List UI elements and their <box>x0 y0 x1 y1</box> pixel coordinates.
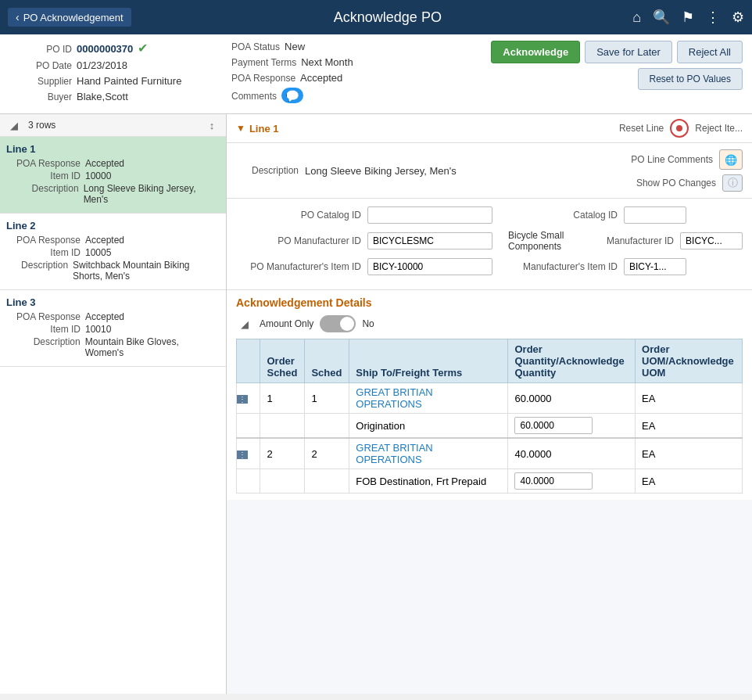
ack-qty-1[interactable] <box>508 414 636 439</box>
sidebar-line1-itemid-label: Item ID <box>6 171 81 181</box>
line-title-text: Line 1 <box>249 123 279 135</box>
sidebar-sort-icon[interactable]: ↕ <box>204 117 220 133</box>
po-line-comments-icon[interactable]: 🌐 <box>719 149 743 170</box>
drag-handle-2b <box>237 469 260 494</box>
sidebar-line1-desc-value: Long Sleeve Biking Jersey, Men's <box>84 183 220 205</box>
info-left: PO ID 0000000370 ✔ PO Date 01/23/2018 Su… <box>9 41 228 107</box>
ack-qty-2[interactable] <box>508 469 636 494</box>
buyer-label: Buyer <box>9 92 72 102</box>
description-label: Description <box>236 165 299 176</box>
sidebar-line3-poa-value: Accepted <box>85 311 124 322</box>
sidebar-line2-desc-value: Switchback Mountain Biking Shorts, Men's <box>73 260 220 282</box>
info-bar: PO ID 0000000370 ✔ PO Date 01/23/2018 Su… <box>0 34 752 114</box>
poa-status-value: New <box>285 41 305 52</box>
col-order-sched-header: Order Sched <box>260 339 305 383</box>
page-title: Acknowledge PO <box>143 9 633 26</box>
reject-item-button[interactable]: Reject Ite... <box>695 123 743 134</box>
reset-to-po-values-button[interactable]: Reset to PO Values <box>638 68 743 90</box>
sidebar-item-line3[interactable]: Line 3 POA Response Accepted Item ID 100… <box>0 290 226 367</box>
ack-qty-1-input[interactable] <box>514 417 593 434</box>
po-catalog-id-input[interactable] <box>367 206 492 224</box>
content-area: ▼ Line 1 Reset Line Reject Ite... Descri… <box>227 114 752 694</box>
po-line-comments-row: PO Line Comments 🌐 <box>631 149 743 170</box>
col-sched-header: Sched <box>305 339 349 383</box>
toggle-no-label: No <box>362 318 374 329</box>
po-date-value: 01/23/2018 <box>77 59 127 71</box>
search-icon[interactable]: 🔍 <box>653 9 670 26</box>
show-po-changes-icon[interactable]: ⓘ <box>722 174 743 192</box>
catalog-id-right: Catalog ID <box>508 206 743 224</box>
mfr-item-id-input[interactable] <box>624 258 686 275</box>
po-line-comments-label: PO Line Comments <box>631 154 713 165</box>
sidebar-line2-poa-value: Accepted <box>85 235 124 246</box>
back-arrow-icon: ‹ <box>16 11 20 23</box>
sidebar: ◢ 3 rows ↕ Line 1 POA Response Accepted … <box>0 114 227 694</box>
po-manufacturer-id-input[interactable] <box>367 232 492 249</box>
table-row-1b: Origination EA <box>237 414 743 439</box>
sidebar-line2-poa-label: POA Response <box>6 235 81 246</box>
drag-handle-1[interactable]: ⋮ <box>237 383 260 414</box>
manufacturer-id-row: PO Manufacturer ID Bicycle Small Compone… <box>236 230 743 252</box>
comments-label: Comments <box>231 91 277 102</box>
sched-1b <box>305 414 349 439</box>
sidebar-line3-poa-label: POA Response <box>6 311 81 322</box>
order-qty-1: 60.0000 <box>508 383 636 414</box>
target-icon[interactable] <box>670 119 689 138</box>
more-icon[interactable]: ⋮ <box>706 9 720 26</box>
flag-icon[interactable]: ⚑ <box>682 9 694 26</box>
po-mfr-item-id-input[interactable] <box>367 258 492 275</box>
sidebar-item-line2[interactable]: Line 2 POA Response Accepted Item ID 100… <box>0 214 226 290</box>
manufacturer-id-input[interactable] <box>680 232 743 249</box>
sched-2: 2 <box>305 438 349 469</box>
sidebar-line2-title: Line 2 <box>6 220 220 232</box>
ack-qty-2-input[interactable] <box>514 472 593 490</box>
header-icons: ⌂ 🔍 ⚑ ⋮ ⚙ <box>632 9 744 26</box>
poa-response-value: Accepted <box>300 72 342 84</box>
drag-handle-2[interactable]: ⋮ <box>237 438 260 469</box>
sidebar-line1-itemid-value: 10000 <box>85 171 111 181</box>
ack-details-section: Acknowledgement Details ◢ Amount Only No… <box>227 290 752 500</box>
col-order-sched <box>237 339 260 383</box>
reset-line-button[interactable]: Reset Line <box>619 123 664 134</box>
drag-handle-1b <box>237 414 260 439</box>
show-po-changes-label: Show PO Changes <box>636 178 716 188</box>
sidebar-line3-itemid-value: 10010 <box>85 324 111 335</box>
mfr-item-id-label: Manufacturer's Item ID <box>508 261 618 272</box>
main: ◢ 3 rows ↕ Line 1 POA Response Accepted … <box>0 114 752 694</box>
manufacturer-id-right: Bicycle Small Components Manufacturer ID <box>508 230 743 252</box>
back-button[interactable]: ‹ PO Acknowledgement <box>8 8 131 27</box>
sidebar-item-line1[interactable]: Line 1 POA Response Accepted Item ID 100… <box>0 137 226 214</box>
ship-to-2: GREAT BRITIAN OPERATIONS <box>349 438 508 469</box>
po-id-label: PO ID <box>9 44 72 55</box>
catalog-id-input[interactable] <box>624 206 686 224</box>
sidebar-filter-icon[interactable]: ◢ <box>6 117 22 133</box>
ack-uom-1: EA <box>636 414 743 439</box>
save-for-later-button[interactable]: Save for Later <box>585 41 672 63</box>
payment-terms-label: Payment Terms <box>231 57 296 68</box>
ship-to-1-value: GREAT BRITIAN OPERATIONS <box>356 386 501 410</box>
ack-details-title: Acknowledgement Details <box>236 296 743 309</box>
sidebar-line3-itemid-label: Item ID <box>6 324 81 335</box>
sidebar-line1-poa-value: Accepted <box>85 158 124 169</box>
header: ‹ PO Acknowledgement Acknowledge PO ⌂ 🔍 … <box>0 0 752 34</box>
comments-icon[interactable] <box>281 88 303 103</box>
sidebar-line3-desc-value: Mountain Bike Gloves, Women's <box>85 336 220 358</box>
payment-terms-value: Next Month <box>301 56 353 68</box>
po-id-value: 0000000370 <box>77 43 133 55</box>
acknowledge-button[interactable]: Acknowledge <box>491 41 580 63</box>
settings-icon[interactable]: ⚙ <box>732 9 744 26</box>
info-right: Acknowledge Save for Later Reject All Re… <box>406 41 743 107</box>
home-icon[interactable]: ⌂ <box>632 9 641 26</box>
order-sched-2: 2 <box>260 438 305 469</box>
amount-only-toggle[interactable] <box>320 315 356 332</box>
reject-all-button[interactable]: Reject All <box>677 41 743 63</box>
ack-uom-2: EA <box>636 469 743 494</box>
description-section: Description Long Sleeve Biking Jersey, M… <box>227 143 752 199</box>
ship-to-1: GREAT BRITIAN OPERATIONS <box>349 383 508 414</box>
table-row-1a: ⋮ 1 1 GREAT BRITIAN OPERATIONS 60.0000 E… <box>237 383 743 414</box>
sched-1: 1 <box>305 383 349 414</box>
ack-filter-row: ◢ Amount Only No <box>236 315 743 332</box>
line-header-title: ▼ Line 1 <box>236 123 611 135</box>
ack-filter-icon[interactable]: ◢ <box>236 315 253 332</box>
toggle-thumb <box>340 317 354 331</box>
